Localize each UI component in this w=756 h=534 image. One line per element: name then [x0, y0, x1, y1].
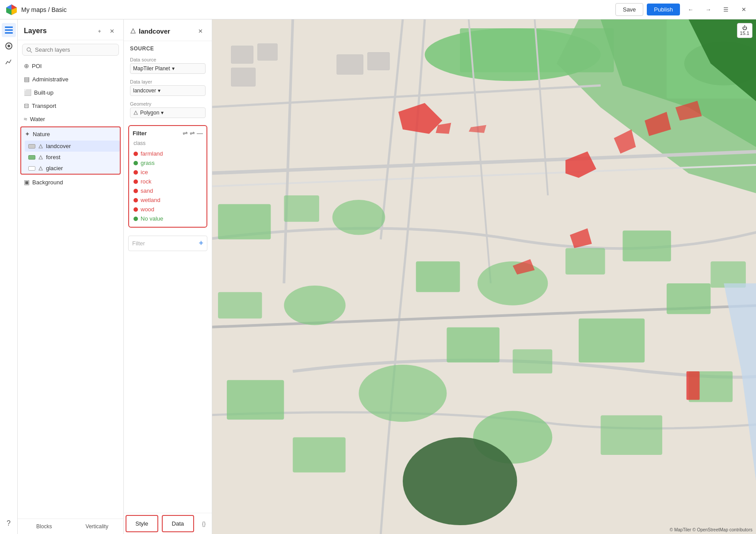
data-source-label: Data source	[130, 57, 206, 62]
filter-settings-icon[interactable]: ⇌	[190, 130, 195, 137]
add-filter-icon[interactable]: +	[199, 239, 203, 248]
polygon-geom-icon	[133, 110, 138, 115]
filter-item-wetland[interactable]: wetland	[133, 195, 203, 205]
background-label: Background	[32, 179, 63, 186]
svg-marker-12	[39, 156, 42, 159]
layer-group-buildup[interactable]: ⬜ Built-up	[18, 86, 123, 99]
map-svg	[212, 19, 756, 534]
topbar-right: Save Publish ← → ☰ ✕	[615, 3, 751, 17]
admin-icon: ▤	[24, 76, 30, 83]
svg-rect-33	[284, 195, 319, 222]
svg-point-34	[332, 200, 385, 235]
rail-layers-icon[interactable]	[2, 23, 16, 37]
add-layer-button[interactable]: +	[94, 26, 105, 36]
source-panel-title: landcover	[139, 27, 170, 35]
data-layer-dropdown[interactable]: landcover ▾	[130, 85, 206, 96]
rail-data-icon[interactable]	[2, 55, 16, 69]
nature-group-header[interactable]: ✦ Nature	[21, 127, 120, 141]
source-close-button[interactable]: ✕	[195, 26, 206, 36]
svg-rect-37	[565, 248, 605, 275]
transport-icon: ⊟	[24, 102, 29, 109]
svg-rect-63	[231, 46, 253, 64]
close-layers-button[interactable]: ✕	[107, 26, 117, 36]
map-attribution: © MapTiler © OpenStreetMap contributors	[670, 527, 752, 532]
chevron-down-icon: ▾	[172, 65, 175, 72]
farmland-label: farmland	[141, 150, 163, 157]
filter-item-farmland[interactable]: farmland	[133, 149, 203, 158]
style-tab[interactable]: Style	[126, 515, 158, 532]
svg-rect-32	[218, 204, 271, 240]
layers-header: Layers + ✕	[18, 19, 123, 40]
filter-item-ice[interactable]: ice	[133, 168, 203, 177]
geometry-value: Polygon	[140, 110, 159, 116]
sand-label: sand	[141, 187, 153, 194]
second-filter-section[interactable]: Filter +	[128, 236, 207, 251]
layer-group-administrative[interactable]: ▤ Administrative	[18, 72, 123, 86]
filter-item-grass[interactable]: grass	[133, 158, 203, 168]
grass-label: grass	[141, 160, 155, 166]
polygon-icon-forest	[38, 155, 43, 160]
layer-group-water[interactable]: ≈ Water	[18, 112, 123, 126]
data-tab[interactable]: Data	[162, 515, 195, 532]
layer-group-admin-label: Administrative	[32, 76, 69, 83]
verticality-tab[interactable]: Verticality	[71, 519, 124, 534]
layer-group-background[interactable]: ▣ Background	[18, 175, 123, 189]
geometry-dropdown[interactable]: Polygon ▾	[130, 107, 206, 118]
layer-group-transport-label: Transport	[32, 103, 56, 109]
source-panel: landcover ✕ Source Data source MapTiler …	[124, 19, 212, 534]
svg-rect-64	[258, 44, 278, 61]
svg-point-9	[27, 48, 31, 51]
sublayer-forest[interactable]: forest	[25, 152, 120, 163]
filter-icons: ⇌ ⇌ —	[183, 130, 203, 137]
svg-rect-61	[687, 371, 700, 400]
filter-section: Filter ⇌ ⇌ — class farmland grass ice	[128, 125, 207, 228]
map-area[interactable]: ⏻ 15.1 © MapTiler © OpenStreetMap contri…	[212, 19, 756, 534]
filter-item-sand[interactable]: sand	[133, 186, 203, 195]
blocks-tab[interactable]: Blocks	[18, 519, 71, 534]
svg-rect-41	[447, 327, 499, 362]
layer-group-poi[interactable]: ⊕ POI	[18, 59, 123, 72]
geometry-label: Geometry	[130, 101, 206, 107]
app-logo	[5, 4, 18, 16]
main-layout: ? Layers + ✕ ⊕ POI ▤ Administrative	[0, 19, 756, 534]
data-source-dropdown[interactable]: MapTiler Planet ▾	[130, 63, 206, 74]
filter-item-novalue[interactable]: No value	[133, 214, 203, 223]
filter-title: Filter	[133, 130, 147, 137]
data-layer-label: Data layer	[130, 79, 206, 84]
data-layer-chevron-icon: ▾	[158, 88, 160, 94]
svg-point-8	[8, 45, 10, 47]
svg-rect-42	[513, 349, 553, 374]
search-layers-wrap[interactable]	[22, 44, 119, 56]
back-button[interactable]: ←	[683, 3, 698, 17]
forward-button[interactable]: →	[701, 3, 715, 17]
filter-class-label: class	[133, 140, 203, 146]
rail-styles-icon[interactable]	[2, 39, 16, 53]
sublayer-glacier[interactable]: glacier	[25, 163, 120, 174]
publish-button[interactable]: Publish	[647, 4, 680, 15]
filter-item-wood[interactable]: wood	[133, 205, 203, 214]
search-icon	[26, 47, 32, 53]
layer-group-transport[interactable]: ⊟ Transport	[18, 99, 123, 112]
filter-item-rock[interactable]: rock	[133, 177, 203, 186]
sand-dot	[134, 189, 138, 193]
farmland-dot	[134, 152, 138, 156]
search-layers-input[interactable]	[35, 46, 115, 53]
layers-title: Layers	[24, 27, 47, 35]
wood-dot	[134, 207, 138, 212]
ice-dot	[134, 170, 138, 175]
sublayers: landcover forest glacier	[21, 141, 120, 174]
sublayer-landcover[interactable]: landcover	[25, 141, 120, 152]
layers-panel: Layers + ✕ ⊕ POI ▤ Administrative ⬜	[18, 19, 124, 534]
svg-rect-66	[337, 55, 363, 75]
rail-help-icon[interactable]: ?	[2, 516, 16, 530]
novalue-dot	[134, 217, 138, 221]
filter-refresh-icon[interactable]: ⇌	[183, 130, 188, 137]
source-bottom-tabs: Style Data {}	[124, 513, 212, 534]
data-source-field: Data source MapTiler Planet ▾	[124, 54, 212, 76]
filter-remove-icon[interactable]: —	[197, 130, 203, 137]
close-button[interactable]: ✕	[737, 3, 751, 17]
second-filter-label: Filter	[132, 240, 145, 247]
menu-button[interactable]: ☰	[719, 3, 733, 17]
json-tab[interactable]: {}	[196, 516, 212, 531]
save-button[interactable]: Save	[615, 3, 644, 16]
